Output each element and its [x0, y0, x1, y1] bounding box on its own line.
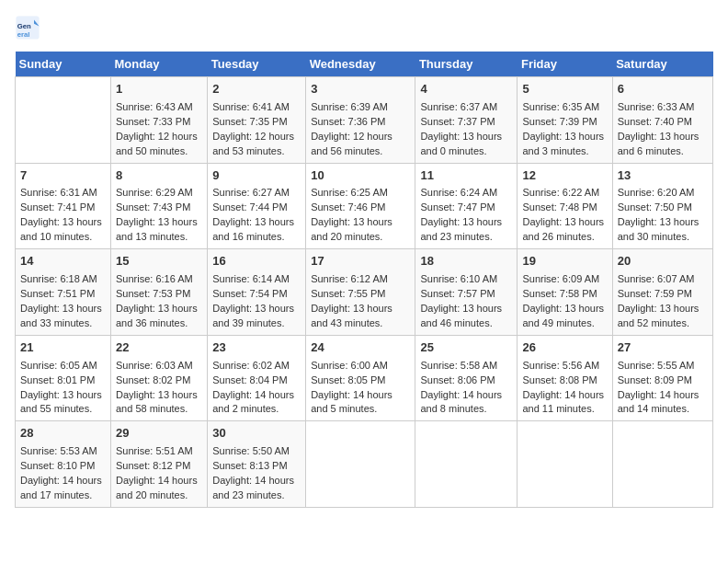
sunrise-text: Sunrise: 6:03 AM	[116, 360, 193, 371]
daylight-text: Daylight: 14 hours and 23 minutes.	[212, 475, 294, 500]
calendar-cell: 16Sunrise: 6:14 AMSunset: 7:54 PMDayligh…	[208, 249, 306, 336]
calendar-cell: 28Sunrise: 5:53 AMSunset: 8:10 PMDayligh…	[16, 421, 111, 508]
sunset-text: Sunset: 7:37 PM	[420, 116, 495, 127]
daylight-text: Daylight: 13 hours and 55 minutes.	[20, 389, 102, 415]
day-number: 30	[212, 425, 301, 442]
sunset-text: Sunset: 7:35 PM	[212, 116, 287, 127]
daylight-text: Daylight: 13 hours and 20 minutes.	[311, 216, 392, 242]
sunrise-text: Sunrise: 6:24 AM	[420, 187, 497, 198]
week-row-5: 28Sunrise: 5:53 AMSunset: 8:10 PMDayligh…	[16, 421, 713, 508]
logo: Gen eral	[15, 15, 44, 40]
sunset-text: Sunset: 7:40 PM	[618, 116, 692, 127]
day-number: 15	[116, 253, 202, 270]
daylight-text: Daylight: 13 hours and 0 minutes.	[420, 131, 502, 156]
sunrise-text: Sunrise: 6:22 AM	[522, 187, 599, 198]
daylight-text: Daylight: 14 hours and 20 minutes.	[116, 475, 198, 500]
sunrise-text: Sunrise: 6:33 AM	[618, 101, 695, 112]
day-number: 7	[20, 167, 106, 185]
sunset-text: Sunset: 8:01 PM	[20, 374, 95, 385]
calendar-cell: 23Sunrise: 6:02 AMSunset: 8:04 PMDayligh…	[208, 335, 306, 421]
calendar-table: SundayMondayTuesdayWednesdayThursdayFrid…	[15, 52, 713, 508]
sunrise-text: Sunrise: 6:10 AM	[420, 273, 497, 284]
day-number: 29	[116, 425, 202, 442]
sunrise-text: Sunrise: 6:18 AM	[20, 273, 97, 284]
sunset-text: Sunset: 8:06 PM	[420, 374, 495, 385]
calendar-cell: 6Sunrise: 6:33 AMSunset: 7:40 PMDaylight…	[612, 77, 712, 164]
sunrise-text: Sunrise: 6:05 AM	[20, 360, 97, 371]
sunset-text: Sunset: 7:33 PM	[116, 116, 190, 127]
sunrise-text: Sunrise: 6:37 AM	[420, 101, 497, 112]
calendar-cell: 13Sunrise: 6:20 AMSunset: 7:50 PMDayligh…	[612, 163, 712, 249]
calendar-cell: 17Sunrise: 6:12 AMSunset: 7:55 PMDayligh…	[306, 249, 415, 336]
sunset-text: Sunset: 8:09 PM	[618, 374, 692, 385]
calendar-cell: 26Sunrise: 5:56 AMSunset: 8:08 PMDayligh…	[518, 335, 612, 421]
calendar-cell: 21Sunrise: 6:05 AMSunset: 8:01 PMDayligh…	[16, 335, 111, 421]
calendar-cell: 7Sunrise: 6:31 AMSunset: 7:41 PMDaylight…	[16, 163, 111, 249]
calendar-cell: 5Sunrise: 6:35 AMSunset: 7:39 PMDaylight…	[518, 77, 612, 164]
daylight-text: Daylight: 13 hours and 49 minutes.	[522, 303, 604, 328]
day-number: 2	[212, 81, 301, 98]
calendar-cell	[415, 421, 518, 508]
day-number: 10	[311, 167, 410, 185]
calendar-cell: 14Sunrise: 6:18 AMSunset: 7:51 PMDayligh…	[16, 249, 111, 336]
day-number: 19	[522, 253, 607, 270]
day-number: 28	[20, 425, 106, 442]
sunset-text: Sunset: 8:02 PM	[116, 374, 190, 385]
sunset-text: Sunset: 7:59 PM	[618, 288, 692, 299]
sunset-text: Sunset: 8:05 PM	[311, 374, 385, 385]
sunset-text: Sunset: 8:04 PM	[212, 374, 287, 385]
calendar-cell	[16, 77, 111, 164]
calendar-cell: 1Sunrise: 6:43 AMSunset: 7:33 PMDaylight…	[110, 77, 207, 164]
week-row-4: 21Sunrise: 6:05 AMSunset: 8:01 PMDayligh…	[16, 335, 713, 421]
sunrise-text: Sunrise: 6:27 AM	[212, 187, 290, 198]
sunset-text: Sunset: 7:50 PM	[618, 201, 692, 213]
day-number: 14	[20, 253, 106, 270]
sunset-text: Sunset: 7:55 PM	[311, 288, 385, 299]
calendar-cell: 11Sunrise: 6:24 AMSunset: 7:47 PMDayligh…	[415, 163, 518, 249]
sunset-text: Sunset: 7:39 PM	[522, 116, 597, 127]
day-header-wednesday: Wednesday	[306, 52, 415, 77]
daylight-text: Daylight: 13 hours and 39 minutes.	[212, 303, 294, 328]
daylight-text: Daylight: 13 hours and 58 minutes.	[116, 389, 198, 415]
sunset-text: Sunset: 7:47 PM	[420, 201, 495, 213]
sunrise-text: Sunrise: 6:16 AM	[116, 273, 193, 284]
week-row-2: 7Sunrise: 6:31 AMSunset: 7:41 PMDaylight…	[16, 163, 713, 249]
calendar-cell: 4Sunrise: 6:37 AMSunset: 7:37 PMDaylight…	[415, 77, 518, 164]
sunrise-text: Sunrise: 6:20 AM	[618, 187, 695, 198]
daylight-text: Daylight: 13 hours and 10 minutes.	[20, 216, 102, 242]
sunrise-text: Sunrise: 6:29 AM	[116, 187, 193, 198]
calendar-cell: 30Sunrise: 5:50 AMSunset: 8:13 PMDayligh…	[208, 421, 306, 508]
sunrise-text: Sunrise: 6:14 AM	[212, 273, 290, 284]
day-number: 11	[420, 167, 512, 185]
daylight-text: Daylight: 13 hours and 52 minutes.	[618, 303, 700, 328]
sunrise-text: Sunrise: 6:02 AM	[212, 360, 290, 371]
day-number: 6	[618, 81, 708, 98]
sunset-text: Sunset: 7:53 PM	[116, 288, 190, 299]
calendar-cell: 10Sunrise: 6:25 AMSunset: 7:46 PMDayligh…	[306, 163, 415, 249]
daylight-text: Daylight: 13 hours and 16 minutes.	[212, 216, 294, 242]
daylight-text: Daylight: 13 hours and 36 minutes.	[116, 303, 198, 328]
calendar-cell	[612, 421, 712, 508]
day-number: 16	[212, 253, 301, 270]
day-header-friday: Friday	[518, 52, 612, 77]
page-header: Gen eral	[15, 15, 713, 40]
sunset-text: Sunset: 7:58 PM	[522, 288, 597, 299]
sunrise-text: Sunrise: 6:39 AM	[311, 101, 388, 112]
calendar-cell: 3Sunrise: 6:39 AMSunset: 7:36 PMDaylight…	[306, 77, 415, 164]
day-header-thursday: Thursday	[415, 52, 518, 77]
day-header-tuesday: Tuesday	[208, 52, 306, 77]
sunset-text: Sunset: 7:44 PM	[212, 201, 287, 213]
day-number: 21	[20, 339, 106, 357]
day-number: 27	[618, 339, 708, 357]
calendar-cell	[306, 421, 415, 508]
daylight-text: Daylight: 12 hours and 56 minutes.	[311, 131, 392, 156]
calendar-cell: 18Sunrise: 6:10 AMSunset: 7:57 PMDayligh…	[415, 249, 518, 336]
calendar-cell: 20Sunrise: 6:07 AMSunset: 7:59 PMDayligh…	[612, 249, 712, 336]
sunrise-text: Sunrise: 6:35 AM	[522, 101, 599, 112]
daylight-text: Daylight: 14 hours and 5 minutes.	[311, 389, 392, 415]
sunrise-text: Sunrise: 6:25 AM	[311, 187, 388, 198]
calendar-cell: 29Sunrise: 5:51 AMSunset: 8:12 PMDayligh…	[110, 421, 207, 508]
calendar-cell: 12Sunrise: 6:22 AMSunset: 7:48 PMDayligh…	[518, 163, 612, 249]
sunrise-text: Sunrise: 6:31 AM	[20, 187, 97, 198]
daylight-text: Daylight: 13 hours and 30 minutes.	[618, 216, 700, 242]
